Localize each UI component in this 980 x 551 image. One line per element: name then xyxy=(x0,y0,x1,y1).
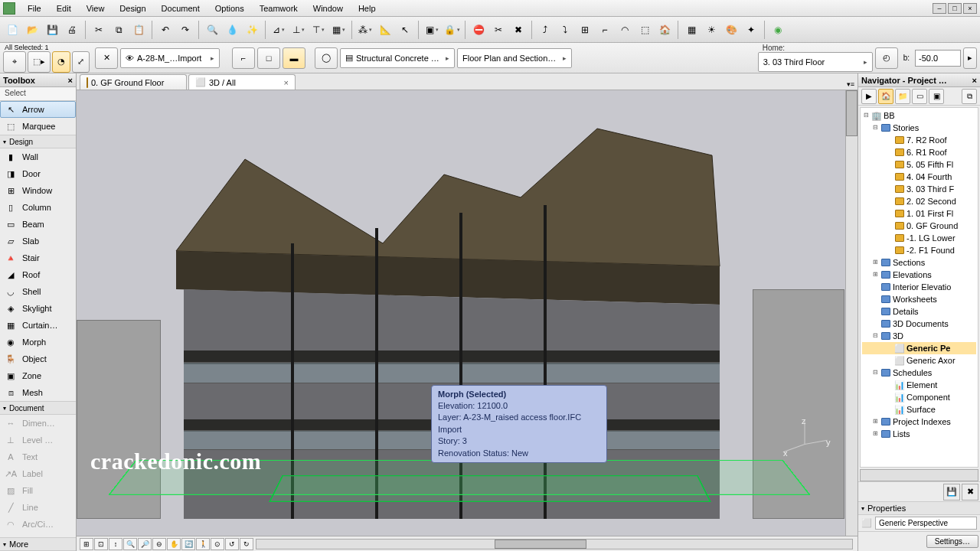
lock-icon[interactable]: 🔒 xyxy=(443,21,461,39)
tree-worksheets[interactable]: Worksheets xyxy=(862,293,976,305)
vb-icon8[interactable]: 🔄 xyxy=(181,538,195,550)
ib-mirror-btn[interactable]: ⤢ xyxy=(72,51,90,73)
navigator-hscroll[interactable] xyxy=(860,469,978,481)
tool-text[interactable]: AText xyxy=(0,448,76,465)
tree-story-3[interactable]: 3. 03 Third F xyxy=(862,183,976,195)
nav-tb1[interactable]: ▶ xyxy=(861,89,877,104)
vb-icon11[interactable]: ↺ xyxy=(225,538,239,550)
tree-generic-axo[interactable]: ⬜Generic Axor xyxy=(862,354,976,367)
find-icon[interactable]: 🔍 xyxy=(203,21,221,39)
tree-generic-persp[interactable]: ⬜Generic Pe xyxy=(862,342,976,354)
paste-icon[interactable]: 📋 xyxy=(129,21,148,39)
guide2-icon[interactable]: ⊥ xyxy=(289,21,308,39)
open-icon[interactable]: 📂 xyxy=(23,21,41,39)
toolbox-document-section[interactable]: Document xyxy=(0,401,76,415)
eyedropper-icon[interactable]: 💧 xyxy=(223,21,241,39)
trim-icon[interactable]: ✂ xyxy=(489,21,508,39)
shape3-btn[interactable]: ▬ xyxy=(283,47,305,69)
tool-slab[interactable]: ▱Slab xyxy=(0,233,76,249)
tree-story-n2[interactable]: -2. F1 Found xyxy=(862,244,976,256)
tool-marquee[interactable]: ⬚Marquee xyxy=(0,118,76,135)
tree-elevations[interactable]: ⊞Elevations xyxy=(862,269,976,281)
guide4-icon[interactable]: ▦ xyxy=(329,21,348,39)
tool-curtain[interactable]: ▦Curtain… xyxy=(0,317,76,334)
ib-btn1[interactable]: ⌖ xyxy=(3,51,26,73)
render4-icon[interactable]: ✦ xyxy=(742,21,760,39)
menu-teamwork[interactable]: Teamwork xyxy=(252,2,305,15)
tree-story-n1[interactable]: -1. LG Lower xyxy=(862,232,976,244)
minimize-button[interactable]: – xyxy=(933,3,946,14)
arrow-tool-icon[interactable]: ↖ xyxy=(396,21,414,39)
vb-icon7[interactable]: ✋ xyxy=(167,538,181,550)
tree-stories[interactable]: ⊟Stories xyxy=(862,122,976,134)
shape1-btn[interactable]: ⌐ xyxy=(232,47,255,69)
menu-document[interactable]: Document xyxy=(154,2,207,15)
b-value-field[interactable]: -50.0 xyxy=(915,50,961,67)
layer-dropdown[interactable]: 👁 A-28-M_…Import xyxy=(120,48,220,68)
vb-icon4[interactable]: 🔍 xyxy=(123,538,137,550)
vb-icon6[interactable]: ⊖ xyxy=(152,538,166,550)
tree-schedules[interactable]: ⊟Schedules xyxy=(862,367,976,379)
toolbox-design-section[interactable]: Design xyxy=(0,135,76,148)
wand-icon[interactable]: ✨ xyxy=(243,21,261,39)
project-tree[interactable]: ⊟🏢BB ⊟Stories 7. R2 Roof 6. R1 Roof 5. 0… xyxy=(860,107,978,468)
op4-icon[interactable]: ⌐ xyxy=(596,21,614,39)
tool-roof[interactable]: ◢Roof xyxy=(0,266,76,283)
tree-sections[interactable]: ⊞Sections xyxy=(862,256,976,269)
op1-icon[interactable]: ⤴ xyxy=(536,21,554,39)
tool-stair[interactable]: 🔺Stair xyxy=(0,249,76,266)
vb-icon3[interactable]: ↕ xyxy=(109,538,122,550)
tab-ground-floor[interactable]: 0. GF Ground Floor xyxy=(80,74,187,90)
tree-story-6[interactable]: 6. R1 Roof xyxy=(862,146,976,158)
op2-icon[interactable]: ⤵ xyxy=(556,21,574,39)
record-icon[interactable]: ◉ xyxy=(769,21,787,39)
tool-window[interactable]: ⊞Window xyxy=(0,182,76,199)
settings-button[interactable]: Settings… xyxy=(926,535,978,548)
tree-project-indexes[interactable]: ⊞Project Indexes xyxy=(862,416,976,428)
tree-sched-element[interactable]: 📊Element xyxy=(862,379,976,391)
tool-fill[interactable]: ▨Fill xyxy=(0,482,76,499)
navigator-close-icon[interactable]: × xyxy=(972,76,977,85)
op7-icon[interactable]: 🏠 xyxy=(655,21,674,39)
menu-edit[interactable]: Edit xyxy=(49,2,79,15)
cancel-icon[interactable]: ✖ xyxy=(509,21,528,39)
tree-interior[interactable]: Interior Elevatio xyxy=(862,281,976,293)
material-dropdown[interactable]: ▤ Structural Concrete … xyxy=(340,48,455,68)
tool-beam[interactable]: ▭Beam xyxy=(0,216,76,233)
tree-3d[interactable]: ⊟3D xyxy=(862,330,976,342)
menu-design[interactable]: Design xyxy=(112,2,153,15)
sphere-btn[interactable]: ◯ xyxy=(315,47,338,69)
3d-viewport[interactable]: Morph (Selected) Elevation: 12100.0 Laye… xyxy=(77,90,858,536)
nav-tb4[interactable]: ▭ xyxy=(912,89,927,104)
ib-btn2[interactable]: ⬚▸ xyxy=(28,51,51,73)
properties-value[interactable]: Generic Perspective xyxy=(875,517,977,530)
toolbox-more-section[interactable]: More xyxy=(0,537,76,551)
tab-close-icon[interactable]: × xyxy=(284,78,289,87)
maximize-button[interactable]: □ xyxy=(948,3,962,14)
tool-skylight[interactable]: ◈Skylight xyxy=(0,300,76,317)
toolbox-close-icon[interactable]: × xyxy=(68,76,73,85)
render1-icon[interactable]: ▦ xyxy=(682,21,701,39)
tree-details[interactable]: Details xyxy=(862,305,976,318)
tool-wall[interactable]: ▮Wall xyxy=(0,148,76,165)
vb-icon5[interactable]: 🔎 xyxy=(138,538,152,550)
vb-icon1[interactable]: ⊞ xyxy=(80,538,93,550)
tree-root[interactable]: ⊟🏢BB xyxy=(862,109,976,122)
tree-story-0[interactable]: 0. GF Ground xyxy=(862,220,976,232)
vb-icon12[interactable]: ↻ xyxy=(240,538,253,550)
print-icon[interactable]: 🖨 xyxy=(63,21,81,39)
tool-object[interactable]: 🪑Object xyxy=(0,350,76,367)
vb-icon10[interactable]: ⊙ xyxy=(211,538,224,550)
tree-story-1[interactable]: 1. 01 First Fl xyxy=(862,207,976,220)
guide1-icon[interactable]: ⊿ xyxy=(270,21,288,39)
view-dropdown[interactable]: Floor Plan and Section… xyxy=(457,48,572,68)
menu-view[interactable]: View xyxy=(79,2,113,15)
tree-story-4[interactable]: 4. 04 Fourth xyxy=(862,171,976,183)
tool-arrow[interactable]: ↖Arrow xyxy=(0,101,76,118)
vertical-scrollbar[interactable] xyxy=(845,90,858,536)
nav-delete-icon[interactable]: ✖ xyxy=(962,484,978,500)
tab-3d-all[interactable]: ⬜3D / All× xyxy=(188,74,296,90)
tool-line[interactable]: ╱Line xyxy=(0,499,76,516)
copy-icon[interactable]: ⧉ xyxy=(109,21,128,39)
op6-icon[interactable]: ⬚ xyxy=(635,21,654,39)
